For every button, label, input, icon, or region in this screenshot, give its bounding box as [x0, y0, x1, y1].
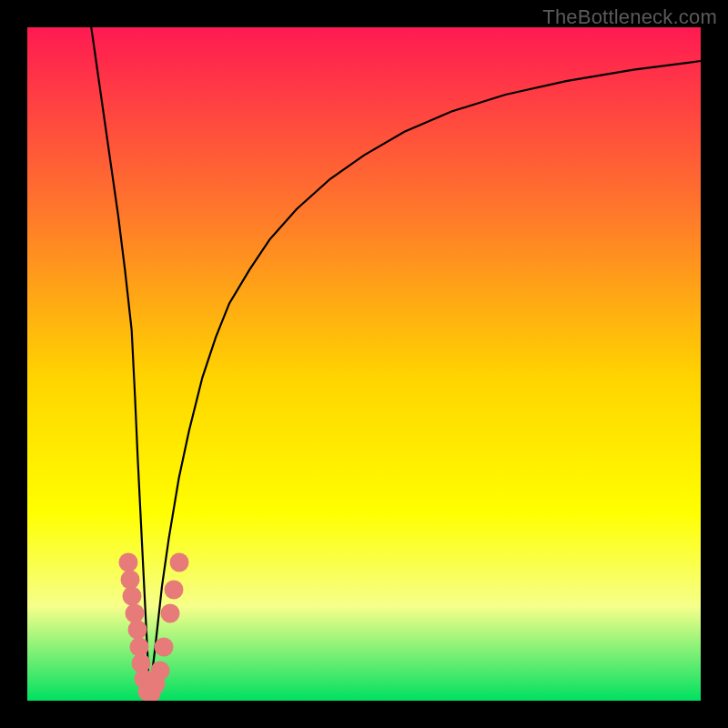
plot-area	[27, 27, 701, 701]
data-marker	[169, 553, 188, 572]
watermark-text: TheBottleneck.com	[542, 5, 717, 29]
data-marker	[150, 661, 169, 680]
data-marker	[160, 603, 179, 622]
data-marker	[155, 637, 174, 656]
data-marker	[165, 580, 184, 599]
chart-frame: TheBottleneck.com	[0, 0, 728, 728]
curve-right-branch	[149, 61, 701, 697]
